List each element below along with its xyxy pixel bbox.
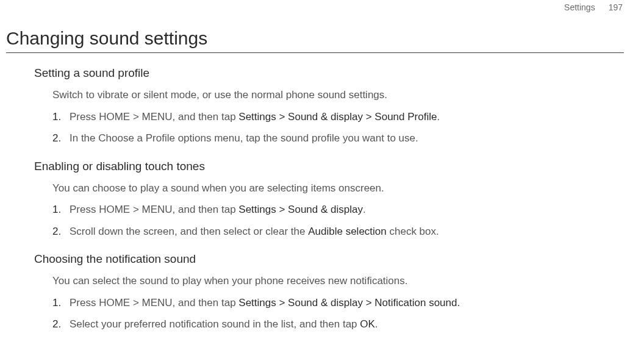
list-item: Scroll down the screen, and then select … xyxy=(52,224,615,240)
bold-text: OK xyxy=(360,318,375,330)
step-text-post: check box. xyxy=(387,226,439,237)
subsection-heading-touch-tones: Enabling or disabling touch tones xyxy=(34,160,615,173)
step-list: Press HOME > MENU, and then tap Settings… xyxy=(52,295,615,332)
step-list: Press HOME > MENU, and then tap Settings… xyxy=(52,202,615,239)
step-text-post: . xyxy=(437,111,440,123)
bold-text: Settings > Sound & display xyxy=(238,204,363,215)
list-item: Press HOME > MENU, and then tap Settings… xyxy=(52,295,615,311)
step-text: Press HOME > MENU, and then tap xyxy=(70,204,238,215)
page-title: Changing sound settings xyxy=(6,28,624,53)
step-text-post: . xyxy=(375,318,378,330)
step-text: Select your preferred notification sound… xyxy=(70,318,360,330)
intro-text: Switch to vibrate or silent mode, or use… xyxy=(52,87,615,103)
bold-text: Settings > Sound & display > Notificatio… xyxy=(238,297,460,309)
subsection-heading-notification-sound: Choosing the notification sound xyxy=(34,252,615,266)
section-label: Settings xyxy=(564,2,595,12)
list-item: Press HOME > MENU, and then tap Settings… xyxy=(52,109,615,125)
list-item: Select your preferred notification sound… xyxy=(52,316,615,332)
step-text: In the Choose a Profile options menu, ta… xyxy=(70,132,418,144)
bold-text: Settings > Sound & display > Sound Profi… xyxy=(238,111,437,123)
header-right: Settings 197 xyxy=(564,2,623,12)
bold-text: Audible selection xyxy=(308,226,387,237)
content-body: Setting a sound profile Switch to vibrat… xyxy=(34,66,615,332)
intro-text: You can choose to play a sound when you … xyxy=(52,180,615,196)
intro-text: You can select the sound to play when yo… xyxy=(52,273,615,289)
subsection-heading-sound-profile: Setting a sound profile xyxy=(34,66,615,80)
page-number: 197 xyxy=(609,2,623,12)
step-text: Press HOME > MENU, and then tap xyxy=(70,297,238,309)
step-text: Scroll down the screen, and then select … xyxy=(70,226,308,237)
list-item: Press HOME > MENU, and then tap Settings… xyxy=(52,202,615,218)
step-text: Press HOME > MENU, and then tap xyxy=(70,111,238,123)
list-item: In the Choose a Profile options menu, ta… xyxy=(52,130,615,146)
step-text-post: . xyxy=(363,204,366,215)
step-list: Press HOME > MENU, and then tap Settings… xyxy=(52,109,615,146)
